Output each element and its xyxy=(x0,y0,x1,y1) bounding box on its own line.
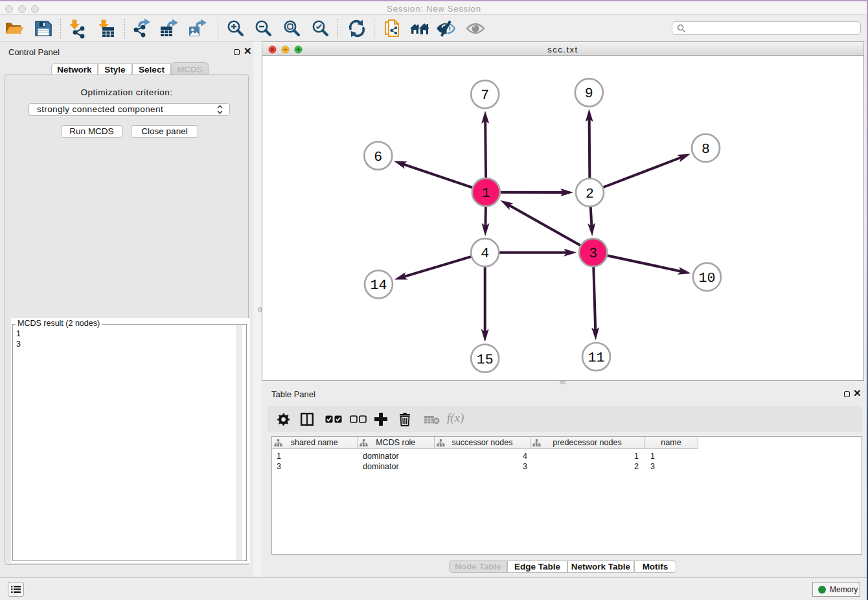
svg-text:9: 9 xyxy=(585,86,593,102)
svg-text:11: 11 xyxy=(588,351,605,366)
svg-text:1: 1 xyxy=(482,186,490,202)
svg-text:15: 15 xyxy=(477,352,494,368)
svg-text:10: 10 xyxy=(698,271,715,286)
svg-text:4: 4 xyxy=(481,246,489,262)
svg-text:14: 14 xyxy=(371,278,387,294)
svg-text:8: 8 xyxy=(702,142,710,157)
svg-text:7: 7 xyxy=(481,88,489,104)
svg-text:6: 6 xyxy=(374,150,382,165)
svg-text:2: 2 xyxy=(586,187,594,202)
svg-text:3: 3 xyxy=(589,246,597,262)
